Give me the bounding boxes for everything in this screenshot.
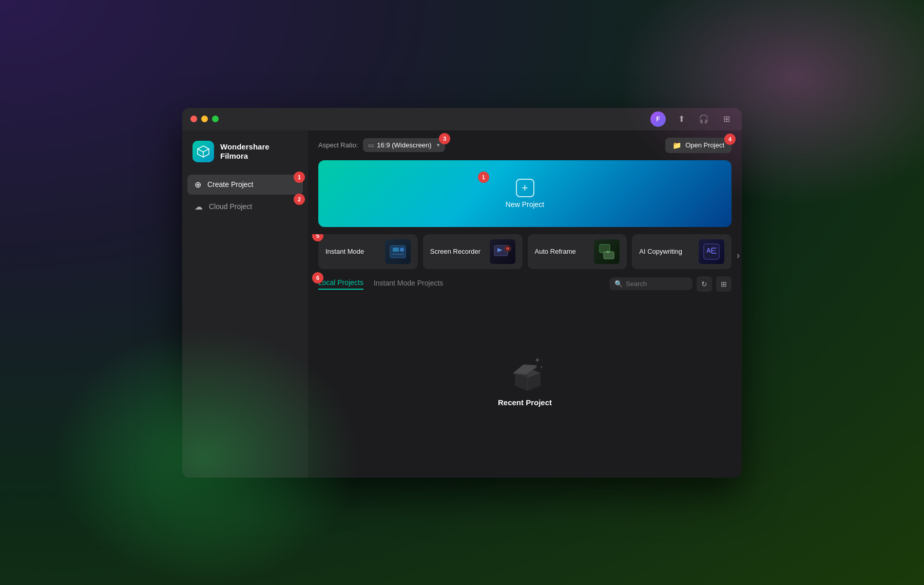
tabs-left: Local Projects Instant Mode Projects [318, 278, 443, 290]
top-bar: Aspect Ratio: ▭ 16:9 (Widescreen) ▾ 3 📁 … [308, 130, 742, 160]
title-bar: F ⬆ 🎧 ⊞ [182, 108, 742, 130]
minimize-button[interactable] [201, 116, 208, 122]
search-input[interactable] [626, 280, 687, 288]
sidebar-item-label: Cloud Project [209, 202, 252, 211]
chevron-right-icon[interactable]: › [737, 250, 740, 260]
tab-instant-mode-projects[interactable]: Instant Mode Projects [374, 279, 443, 289]
badge-2: 2 [294, 194, 305, 205]
empty-state: ✦ ✦ Recent Project [308, 297, 742, 478]
empty-state-label: Recent Project [498, 398, 552, 407]
sidebar-item-cloud-project[interactable]: ☁ Cloud Project 2 [187, 197, 303, 217]
svg-rect-17 [711, 253, 717, 254]
screen-recorder-label: Screen Recorder [430, 248, 480, 255]
svg-point-4 [400, 248, 404, 252]
aspect-ratio-label: Aspect Ratio: [318, 141, 358, 149]
grid-icon[interactable]: ⊞ [719, 112, 734, 126]
create-project-icon: ⊕ [195, 180, 201, 190]
badge-4: 4 [724, 134, 736, 145]
badge-3: 3 [439, 133, 450, 144]
feature-card-instant-mode[interactable]: Instant Mode [318, 234, 418, 269]
brand-name: Wondershare Filmora [220, 142, 270, 161]
maximize-button[interactable] [212, 116, 219, 122]
title-bar-actions: F ⬆ 🎧 ⊞ [650, 111, 734, 127]
chevron-down-icon: ▾ [437, 142, 440, 148]
new-project-inner: 1 + New Project [506, 179, 544, 209]
grid-view-button[interactable]: ⊞ [716, 276, 732, 292]
badge-1-banner: 1 [478, 172, 489, 183]
instant-mode-label: Instant Mode [325, 248, 364, 255]
brand-logo [192, 141, 214, 162]
tabs-right: 🔍 ↻ ⊞ [609, 276, 732, 292]
feature-card-screen-recorder[interactable]: Screen Recorder [423, 234, 523, 269]
svg-rect-16 [711, 250, 716, 251]
sidebar: Wondershare Filmora ⊕ Create Project 1 ☁… [182, 130, 308, 478]
new-project-plus-icon: + [516, 179, 534, 197]
open-project-label: Open Project [685, 141, 724, 149]
headset-icon[interactable]: 🎧 [697, 112, 711, 126]
aspect-ratio-select-left: ▭ 16:9 (Widescreen) [368, 141, 431, 149]
ai-copywriting-image: AI [699, 239, 724, 264]
svg-rect-5 [392, 254, 404, 255]
new-project-label: New Project [506, 200, 544, 209]
search-icon: 🔍 [614, 280, 623, 288]
svg-text:✦: ✦ [540, 365, 544, 370]
auto-reframe-label: Auto Reframe [535, 248, 576, 255]
content-area: Aspect Ratio: ▭ 16:9 (Widescreen) ▾ 3 📁 … [308, 130, 742, 478]
folder-icon: 📁 [672, 141, 681, 149]
badge-6: 6 [312, 272, 323, 284]
svg-rect-3 [393, 248, 399, 252]
svg-text:✦: ✦ [534, 356, 541, 364]
empty-state-illustration: ✦ ✦ [505, 352, 546, 391]
ai-copywriting-label: AI Copywriting [639, 248, 682, 255]
auto-reframe-image [594, 239, 620, 264]
window-controls [190, 116, 219, 122]
brand: Wondershare Filmora [182, 141, 308, 175]
screen-recorder-image [490, 239, 515, 264]
main-layout: Wondershare Filmora ⊕ Create Project 1 ☁… [182, 130, 742, 478]
feature-card-auto-reframe[interactable]: Auto Reframe [528, 234, 627, 269]
upload-icon[interactable]: ⬆ [674, 112, 688, 126]
sidebar-nav: ⊕ Create Project 1 ☁ Cloud Project 2 [182, 175, 308, 217]
svg-point-8 [506, 247, 509, 250]
tab-local-projects[interactable]: Local Projects [318, 278, 363, 290]
aspect-ratio-icon: ▭ [368, 142, 374, 149]
cloud-icon: ☁ [195, 202, 203, 212]
svg-rect-15 [711, 248, 717, 249]
app-window: F ⬆ 🎧 ⊞ Wondershare Filmora [182, 108, 742, 478]
avatar[interactable]: F [650, 111, 666, 127]
aspect-ratio-value: 16:9 (Widescreen) [377, 141, 431, 149]
aspect-ratio-section: Aspect Ratio: ▭ 16:9 (Widescreen) ▾ 3 [318, 138, 445, 152]
instant-mode-image [385, 239, 411, 264]
badge-1: 1 [294, 172, 305, 183]
open-project-button[interactable]: 📁 Open Project 4 [665, 138, 732, 153]
sidebar-item-create-project[interactable]: ⊕ Create Project 1 [187, 175, 303, 195]
search-box[interactable]: 🔍 [609, 277, 692, 290]
refresh-button[interactable]: ↻ [697, 276, 712, 292]
projects-tabs: 6 Local Projects Instant Mode Projects 🔍… [308, 276, 742, 297]
feature-cards-section: 5 Instant Mode Screen Recorder [308, 234, 742, 276]
sidebar-item-label: Create Project [207, 180, 253, 188]
new-project-banner[interactable]: 1 + New Project [318, 160, 732, 227]
aspect-ratio-select[interactable]: ▭ 16:9 (Widescreen) ▾ 3 [363, 138, 445, 152]
svg-rect-11 [604, 252, 614, 259]
feature-card-ai-copywriting[interactable]: AI Copywriting AI [632, 234, 732, 269]
close-button[interactable] [190, 116, 197, 122]
